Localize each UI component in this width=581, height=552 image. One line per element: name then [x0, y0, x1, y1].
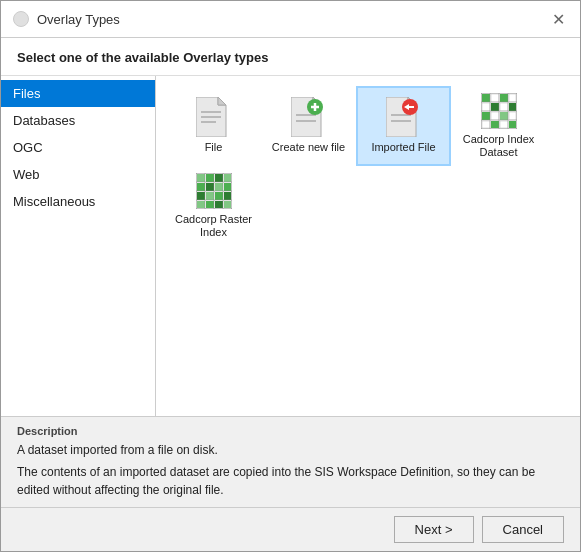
svg-rect-52 — [215, 192, 223, 200]
content: Files Databases OGC Web Miscellaneous — [1, 76, 580, 416]
dialog: Overlay Types ✕ Select one of the availa… — [0, 0, 581, 552]
svg-rect-25 — [500, 103, 508, 111]
svg-rect-54 — [197, 201, 205, 208]
description-label: Description — [17, 425, 564, 437]
svg-rect-42 — [197, 174, 205, 182]
icon-grid: File — [166, 86, 570, 246]
imported-file-icon — [384, 97, 424, 137]
header: Select one of the available Overlay type… — [1, 38, 580, 76]
svg-rect-20 — [491, 94, 499, 102]
svg-rect-19 — [482, 94, 490, 102]
sidebar-item-web[interactable]: Web — [1, 161, 155, 188]
svg-rect-27 — [482, 112, 490, 120]
svg-rect-32 — [491, 121, 499, 128]
svg-rect-31 — [482, 121, 490, 128]
svg-rect-28 — [491, 112, 499, 120]
description-section: Description A dataset imported from a fi… — [1, 416, 580, 507]
icon-item-create-new-file[interactable]: Create new file — [261, 86, 356, 166]
title-bar: Overlay Types ✕ — [1, 1, 580, 38]
description-line2: The contents of an imported dataset are … — [17, 463, 564, 499]
svg-rect-45 — [224, 174, 231, 182]
icon-label-file: File — [205, 141, 223, 154]
close-button[interactable]: ✕ — [548, 9, 568, 29]
svg-rect-47 — [206, 183, 214, 191]
icon-label-imported-file: Imported File — [371, 141, 435, 154]
cadcorp-raster-index-icon — [194, 173, 234, 209]
icon-item-cadcorp-raster-index[interactable]: Cadcorp Raster Index — [166, 166, 261, 246]
svg-rect-43 — [206, 174, 214, 182]
icon-label-create-new-file: Create new file — [272, 141, 345, 154]
title-bar-text: Overlay Types — [37, 12, 120, 27]
icon-label-cadcorp-index-dataset: Cadcorp Index Dataset — [459, 133, 538, 159]
header-instruction: Select one of the available Overlay type… — [17, 50, 564, 65]
svg-rect-57 — [224, 201, 231, 208]
title-bar-left: Overlay Types — [13, 11, 120, 27]
icon-item-file[interactable]: File — [166, 86, 261, 166]
svg-rect-23 — [482, 103, 490, 111]
sidebar: Files Databases OGC Web Miscellaneous — [1, 76, 156, 416]
icon-label-cadcorp-raster-index: Cadcorp Raster Index — [174, 213, 253, 239]
description-line1: A dataset imported from a file on disk. — [17, 441, 564, 459]
svg-rect-29 — [500, 112, 508, 120]
svg-rect-21 — [500, 94, 508, 102]
cancel-button[interactable]: Cancel — [482, 516, 564, 543]
svg-rect-34 — [509, 121, 516, 128]
file-icon — [194, 97, 234, 137]
sidebar-item-databases[interactable]: Databases — [1, 107, 155, 134]
dialog-icon — [13, 11, 29, 27]
svg-rect-49 — [224, 183, 231, 191]
cadcorp-index-dataset-icon — [479, 93, 519, 129]
svg-rect-30 — [509, 112, 516, 120]
svg-rect-48 — [215, 183, 223, 191]
svg-rect-55 — [206, 201, 214, 208]
footer: Next > Cancel — [1, 507, 580, 551]
svg-rect-53 — [224, 192, 231, 200]
sidebar-item-ogc[interactable]: OGC — [1, 134, 155, 161]
main-panel: File — [156, 76, 580, 416]
svg-rect-50 — [197, 192, 205, 200]
svg-rect-51 — [206, 192, 214, 200]
svg-rect-56 — [215, 201, 223, 208]
icon-item-imported-file[interactable]: Imported File — [356, 86, 451, 166]
svg-rect-26 — [509, 103, 516, 111]
svg-rect-44 — [215, 174, 223, 182]
icon-item-cadcorp-index-dataset[interactable]: Cadcorp Index Dataset — [451, 86, 546, 166]
create-file-icon — [289, 97, 329, 137]
svg-rect-24 — [491, 103, 499, 111]
next-button[interactable]: Next > — [394, 516, 474, 543]
svg-rect-22 — [509, 94, 516, 102]
svg-rect-46 — [197, 183, 205, 191]
sidebar-item-miscellaneous[interactable]: Miscellaneous — [1, 188, 155, 215]
sidebar-item-files[interactable]: Files — [1, 80, 155, 107]
svg-marker-1 — [218, 97, 226, 105]
svg-rect-33 — [500, 121, 508, 128]
